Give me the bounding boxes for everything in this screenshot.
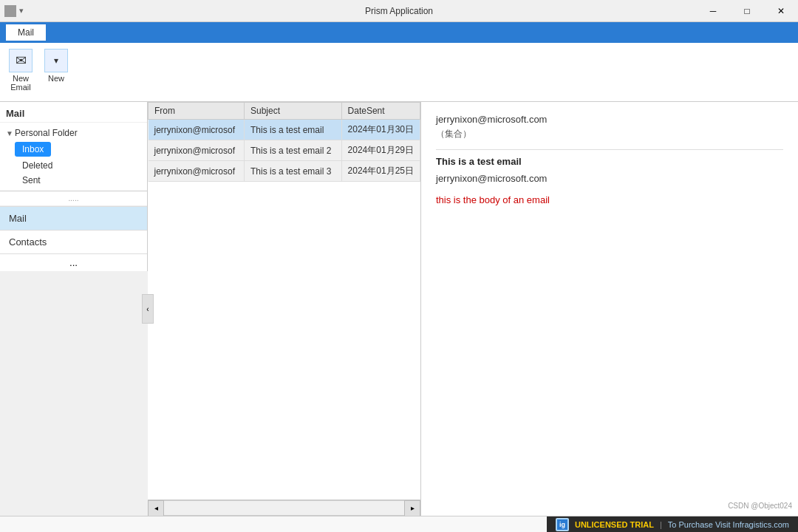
contacts-nav-button[interactable]: Contacts (0, 230, 147, 253)
maximize-button[interactable]: □ (730, 0, 764, 22)
sidebar-dots: ..... (0, 191, 147, 206)
sidebar-header: Mail (0, 102, 147, 123)
divider-bar: | (660, 520, 662, 529)
email-subject: This is a test email 2 (244, 140, 341, 161)
unlicensed-banner: ig UNLICENSED TRIAL | To Purchase Visit … (547, 516, 798, 533)
status-bar: ig UNLICENSED TRIAL | To Purchase Visit … (0, 516, 798, 532)
sidebar-wrapper: Mail ▼ Personal Folder Inbox Deleted Sen… (0, 102, 148, 516)
mail-nav-button[interactable]: Mail (0, 206, 147, 230)
new-email-button[interactable]: ✉ New Email (9, 49, 33, 92)
main-area: Mail ▼ Personal Folder Inbox Deleted Sen… (0, 102, 798, 516)
email-from: jerrynixon@microsof (149, 120, 245, 140)
email-detail-subject: This is a test email (436, 156, 783, 167)
email-detail-from: jerrynixon@microsoft.com (436, 114, 783, 125)
email-table: From Subject DateSent jerrynixon@microso… (148, 102, 420, 182)
sidebar-item-sent[interactable]: Sent (0, 173, 147, 188)
close-button[interactable]: ✕ (764, 0, 798, 22)
ribbon: Mail (0, 22, 798, 43)
email-list-empty-space (148, 182, 420, 499)
app-icon (4, 5, 16, 17)
email-detail-body: this is the body of an email (436, 193, 783, 208)
email-subject: This is a test email 3 (244, 161, 341, 182)
col-subject[interactable]: Subject (244, 103, 341, 120)
table-row[interactable]: jerrynixon@microsof This is a test email… (149, 120, 420, 140)
sidebar-tree: ▼ Personal Folder Inbox Deleted Sent (0, 123, 147, 191)
window-controls: ─ □ ✕ (696, 0, 798, 22)
email-date: 2024年01月25日 (341, 161, 420, 182)
inbox-button[interactable]: Inbox (15, 142, 51, 157)
sidebar: Mail ▼ Personal Folder Inbox Deleted Sen… (0, 102, 148, 271)
table-row[interactable]: jerrynixon@microsof This is a test email… (149, 140, 420, 161)
email-detail-tag: （集合） (436, 128, 783, 140)
scroll-track[interactable] (164, 500, 404, 516)
deleted-label: Deleted (22, 160, 52, 171)
sidebar-collapse-button[interactable]: ‹ (142, 294, 154, 324)
infragistics-logo: ig (556, 518, 569, 531)
sent-label: Sent (22, 175, 41, 185)
sidebar-bottom: ..... Mail Contacts ... (0, 191, 147, 271)
horizontal-scrollbar[interactable]: ◂ ▸ (148, 499, 420, 516)
email-subject: This is a test email (244, 120, 341, 140)
email-divider (436, 149, 783, 150)
email-date: 2024年01月30日 (341, 120, 420, 140)
more-icon: ... (69, 257, 78, 268)
email-from: jerrynixon@microsof (149, 161, 245, 182)
sidebar-item-personal-folder[interactable]: ▼ Personal Folder (0, 126, 147, 140)
scroll-right-button[interactable]: ▸ (404, 500, 420, 516)
watermark: CSDN @Object024 (728, 502, 792, 510)
col-datesent[interactable]: DateSent (341, 103, 420, 120)
email-detail-pane: jerrynixon@microsoft.com （集合） This is a … (421, 102, 798, 516)
unlicensed-label: UNLICENSED TRIAL (575, 520, 654, 529)
email-from: jerrynixon@microsof (149, 140, 245, 161)
quick-access: ▾ (19, 6, 24, 16)
email-list-pane: From Subject DateSent jerrynixon@microso… (148, 102, 421, 516)
sidebar-title: Mail (6, 108, 24, 119)
title-bar: ▾ Prism Application ─ □ ✕ (0, 0, 798, 22)
new-button[interactable]: ▾ New (44, 49, 68, 83)
new-email-icon: ✉ (9, 49, 33, 72)
new-icon: ▾ (44, 49, 68, 72)
more-nav-button[interactable]: ... (0, 253, 147, 271)
window-title: Prism Application (365, 6, 433, 16)
mail-tab[interactable]: Mail (6, 24, 46, 41)
minimize-button[interactable]: ─ (696, 0, 730, 22)
expander-icon: ▼ (6, 129, 15, 137)
toolbar: ✉ New Email ▾ New (0, 43, 798, 102)
inbox-container: Inbox (0, 140, 147, 158)
logo-text: ig (559, 521, 565, 528)
col-from[interactable]: From (149, 103, 245, 120)
email-date: 2024年01月29日 (341, 140, 420, 161)
purchase-text: To Purchase Visit Infragistics.com (668, 520, 789, 529)
new-email-label: New Email (10, 74, 31, 92)
personal-folder-label: Personal Folder (15, 128, 78, 138)
email-table-header: From Subject DateSent (149, 103, 420, 120)
title-bar-left: ▾ (0, 5, 24, 17)
email-detail-sender: jerrynixon@microsoft.com (436, 173, 783, 184)
new-label: New (48, 74, 64, 83)
sidebar-item-deleted[interactable]: Deleted (0, 158, 147, 173)
scroll-left-button[interactable]: ◂ (148, 500, 164, 516)
table-row[interactable]: jerrynixon@microsof This is a test email… (149, 161, 420, 182)
